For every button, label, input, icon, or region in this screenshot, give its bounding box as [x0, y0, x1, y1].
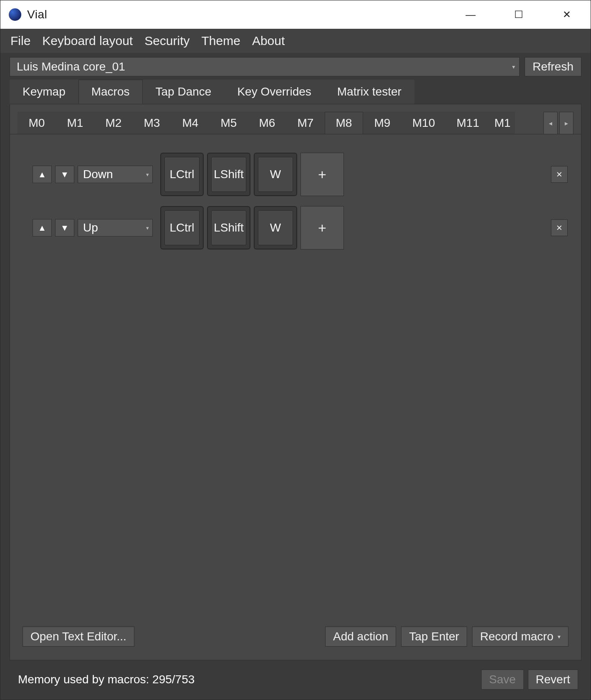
- keycap[interactable]: LShift: [207, 153, 250, 196]
- menu-file[interactable]: File: [5, 31, 36, 50]
- window-title: Vial: [27, 8, 47, 21]
- move-row-up-button[interactable]: ▲: [33, 166, 52, 183]
- delete-row-button[interactable]: ×: [551, 166, 568, 183]
- keycap-label: LCtrl: [164, 210, 200, 245]
- window-controls: — ☐ ✕: [447, 3, 591, 27]
- close-icon: ✕: [563, 9, 571, 20]
- tab-key-overrides[interactable]: Key Overrides: [224, 80, 324, 104]
- macro-tabs-scroll-right[interactable]: ▸: [559, 112, 573, 134]
- chevron-down-icon: ▾: [146, 171, 149, 178]
- keycap-label: W: [258, 157, 293, 192]
- move-row-up-button[interactable]: ▲: [33, 219, 52, 237]
- close-icon: ×: [556, 222, 562, 234]
- menubar: File Keyboard layout Security Theme Abou…: [0, 29, 591, 53]
- menu-theme[interactable]: Theme: [196, 31, 246, 50]
- keycap[interactable]: W: [254, 153, 297, 196]
- minimize-icon: —: [466, 9, 476, 20]
- add-action-button[interactable]: Add action: [325, 627, 396, 647]
- macro-tab-m0[interactable]: M0: [18, 112, 56, 134]
- macro-tab-m3[interactable]: M3: [133, 112, 171, 134]
- macro-tab-m9[interactable]: M9: [363, 112, 402, 134]
- close-icon: ×: [556, 169, 562, 180]
- triangle-up-icon: ▲: [38, 170, 46, 179]
- macro-tab-m1[interactable]: M1: [56, 112, 94, 134]
- move-row-down-button[interactable]: ▼: [55, 219, 74, 237]
- menu-security[interactable]: Security: [139, 31, 195, 50]
- statusbar: Memory used by macros: 295/753 Save Reve…: [0, 665, 591, 700]
- macro-tab-scroll: M0 M1 M2 M3 M4 M5 M6 M7 M8 M9 M10 M11 M1: [18, 112, 542, 134]
- move-row-down-button[interactable]: ▼: [55, 166, 74, 183]
- macro-row: ▲ ▼ Up ▾ LCtrl LShift W + ×: [21, 205, 570, 250]
- record-macro-button[interactable]: Record macro ▾: [472, 627, 568, 647]
- macro-tab-m5[interactable]: M5: [210, 112, 248, 134]
- plus-icon: +: [318, 220, 326, 236]
- delete-row-button[interactable]: ×: [551, 219, 568, 236]
- device-select-value: Luis Medina core_01: [17, 60, 125, 73]
- menu-keyboard-layout[interactable]: Keyboard layout: [36, 31, 139, 50]
- chevron-down-icon: ▾: [512, 63, 515, 70]
- refresh-button[interactable]: Refresh: [525, 57, 581, 76]
- add-key-button[interactable]: +: [301, 206, 344, 249]
- caret-right-icon: ▸: [565, 119, 568, 127]
- keycap-label: W: [258, 210, 293, 245]
- tab-keymap[interactable]: Keymap: [10, 80, 78, 104]
- action-type-select[interactable]: Down ▾: [78, 166, 153, 183]
- memory-status: Memory used by macros: 295/753: [18, 673, 194, 686]
- macro-tab-m10[interactable]: M10: [402, 112, 446, 134]
- tab-matrix-tester[interactable]: Matrix tester: [324, 80, 414, 104]
- macro-tab-m6[interactable]: M6: [248, 112, 286, 134]
- menu-about[interactable]: About: [246, 31, 290, 50]
- maximize-icon: ☐: [514, 9, 523, 20]
- save-button[interactable]: Save: [481, 670, 524, 690]
- titlebar: Vial — ☐ ✕: [0, 0, 591, 29]
- record-macro-label: Record macro: [480, 630, 553, 643]
- macro-tab-m4[interactable]: M4: [171, 112, 210, 134]
- device-select[interactable]: Luis Medina core_01 ▾: [10, 57, 520, 76]
- macro-tab-m11[interactable]: M11: [446, 112, 490, 134]
- keycap-label: LShift: [211, 210, 246, 245]
- macro-panel: M0 M1 M2 M3 M4 M5 M6 M7 M8 M9 M10 M11 M1…: [10, 104, 581, 660]
- chevron-down-icon: ▾: [146, 225, 149, 231]
- keycap[interactable]: LShift: [207, 206, 250, 249]
- triangle-up-icon: ▲: [38, 223, 46, 233]
- caret-left-icon: ◂: [549, 119, 552, 127]
- keycap[interactable]: W: [254, 206, 297, 249]
- open-text-editor-button[interactable]: Open Text Editor...: [23, 627, 134, 647]
- plus-icon: +: [318, 166, 326, 183]
- macro-tabs-scroll-left[interactable]: ◂: [543, 112, 558, 134]
- close-window-button[interactable]: ✕: [543, 3, 591, 27]
- triangle-down-icon: ▼: [61, 223, 69, 233]
- keycap-label: LCtrl: [164, 157, 200, 192]
- macro-row: ▲ ▼ Down ▾ LCtrl LShift W + ×: [21, 152, 570, 197]
- maximize-button[interactable]: ☐: [495, 3, 543, 27]
- tap-enter-button[interactable]: Tap Enter: [401, 627, 467, 647]
- keycap[interactable]: LCtrl: [160, 206, 204, 249]
- device-toolbar: Luis Medina core_01 ▾ Refresh: [0, 53, 591, 79]
- macro-body: ▲ ▼ Down ▾ LCtrl LShift W + × ▲ ▼ Up ▾ L…: [10, 134, 581, 660]
- minimize-button[interactable]: —: [447, 3, 495, 27]
- macro-tab-m2[interactable]: M2: [94, 112, 133, 134]
- action-type-value: Up: [83, 221, 98, 234]
- main-tabs: Keymap Macros Tap Dance Key Overrides Ma…: [0, 79, 591, 104]
- action-type-select[interactable]: Up ▾: [78, 219, 153, 237]
- keycap[interactable]: LCtrl: [160, 153, 204, 196]
- tab-tap-dance[interactable]: Tap Dance: [143, 80, 225, 104]
- chevron-down-icon: ▾: [558, 633, 561, 640]
- add-key-button[interactable]: +: [301, 153, 344, 196]
- macro-tab-m12-partial[interactable]: M1: [490, 112, 515, 134]
- macro-bottom-actions: Open Text Editor... Add action Tap Enter…: [21, 627, 570, 652]
- triangle-down-icon: ▼: [61, 170, 69, 179]
- macro-tab-row: M0 M1 M2 M3 M4 M5 M6 M7 M8 M9 M10 M11 M1…: [10, 104, 581, 134]
- macro-tab-m8[interactable]: M8: [325, 112, 363, 134]
- tab-macros[interactable]: Macros: [78, 80, 143, 104]
- macro-tab-m7[interactable]: M7: [286, 112, 325, 134]
- revert-button[interactable]: Revert: [528, 670, 578, 690]
- app-icon: [9, 8, 21, 21]
- keycap-label: LShift: [211, 157, 246, 192]
- action-type-value: Down: [83, 168, 113, 181]
